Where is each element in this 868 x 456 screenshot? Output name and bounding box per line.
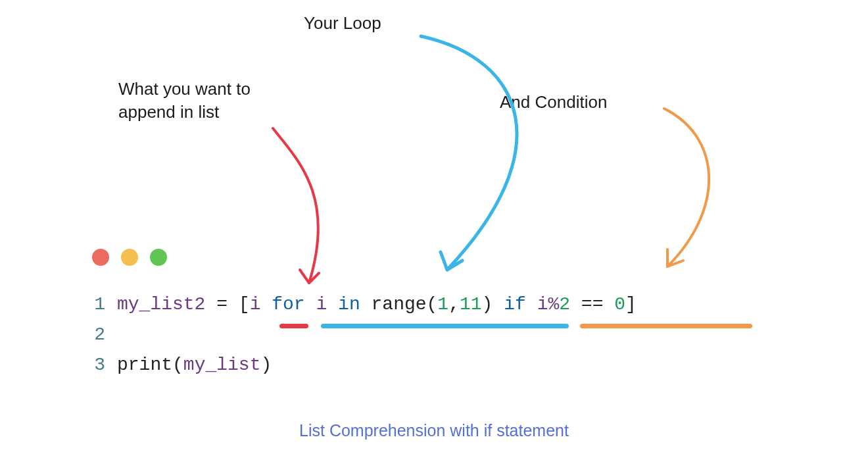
tok-lparen3: ( [172, 355, 183, 375]
tok-sp1 [360, 294, 372, 315]
dot-green-icon [150, 249, 167, 266]
tok-comma: , [448, 294, 460, 315]
tok-var: my_list2 [117, 294, 205, 315]
tok-assign: = [205, 294, 238, 315]
tok-rparen: ) [482, 294, 493, 315]
label-append: What you want to append in list [118, 78, 251, 124]
arrow-append-head [300, 270, 319, 283]
tok-in: in [338, 294, 360, 315]
tok-eq: == [570, 294, 614, 315]
code-line-3: 3 print(my_list) [79, 350, 637, 380]
code-block: 1 my_list2 = [i for i in range(1,11) if … [79, 290, 637, 380]
arrows-overlay [0, 0, 868, 456]
underline-append [279, 324, 308, 328]
tok-sp2 [493, 294, 504, 315]
lineno-2: 2 [79, 320, 117, 350]
tok-i1: i [250, 294, 272, 315]
dot-yellow-icon [121, 249, 138, 266]
arrow-condition-path [664, 109, 709, 266]
label-condition: And Condition [500, 91, 607, 114]
caption: List Comprehension with if statement [0, 421, 868, 440]
tok-if: if [504, 294, 526, 315]
underline-condition [580, 324, 752, 328]
tok-for: for [272, 294, 304, 315]
tok-lparen: ( [427, 294, 438, 315]
lineno-1: 1 [79, 290, 117, 320]
tok-rparen3: ) [260, 355, 272, 375]
arrow-append-path [273, 128, 318, 283]
tok-num2: 2 [559, 294, 570, 315]
tok-lbrack: [ [239, 294, 250, 315]
arrow-loop-head [441, 252, 462, 270]
tok-num1: 1 [437, 294, 448, 315]
tok-arg: my_list [183, 355, 261, 375]
tok-rbrack: ] [625, 294, 637, 315]
tok-num0: 0 [614, 294, 625, 315]
label-your-loop: Your Loop [304, 12, 381, 35]
tok-num11: 11 [460, 294, 482, 315]
dot-red-icon [92, 249, 109, 266]
underline-loop [321, 324, 569, 328]
label-append-line2: append in list [118, 102, 219, 122]
window-dots [92, 249, 167, 266]
tok-mod: i% [526, 294, 559, 315]
lineno-3: 3 [79, 350, 117, 380]
code-line-1: 1 my_list2 = [i for i in range(1,11) if … [79, 290, 637, 320]
tok-range: range [372, 294, 427, 315]
tok-print: print [117, 355, 172, 375]
tok-i2: i [305, 294, 338, 315]
arrow-loop-path [421, 36, 517, 270]
label-append-line1: What you want to [118, 79, 251, 99]
arrow-condition-head [667, 249, 683, 266]
